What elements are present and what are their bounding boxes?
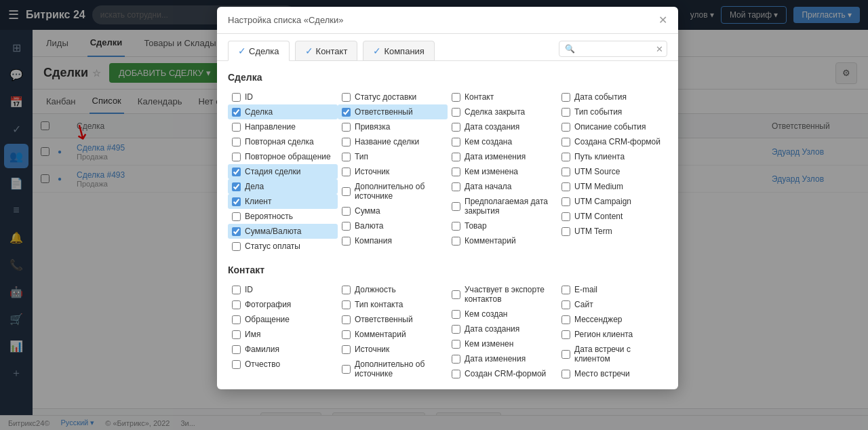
- cb-comment[interactable]: [452, 237, 460, 246]
- cb-expected-close[interactable]: [452, 202, 460, 211]
- cb-product[interactable]: [452, 222, 460, 231]
- c-cb-created-date[interactable]: [452, 325, 460, 334]
- cb-binding[interactable]: [342, 123, 351, 132]
- col-responsible: Ответственный: [338, 104, 448, 119]
- col-utm-source: UTM Source: [557, 164, 667, 179]
- col-source-extra: Дополнительно об источнике: [338, 179, 448, 203]
- cb-event-desc[interactable]: [561, 123, 570, 132]
- cb-type[interactable]: [342, 153, 351, 161]
- c-col-name: Имя: [228, 327, 338, 342]
- cb-utm-term[interactable]: [561, 227, 570, 236]
- col-contact: Контакт: [448, 90, 557, 104]
- cb-utm-content[interactable]: [561, 212, 570, 221]
- c-cb-source[interactable]: [342, 345, 351, 354]
- c-cb-responsible[interactable]: [342, 315, 351, 324]
- dialog-search-input[interactable]: [559, 41, 667, 57]
- dialog-tab-deal[interactable]: ✓ Сделка: [228, 41, 290, 61]
- cb-sum-currency[interactable]: [232, 227, 241, 236]
- c-col-crm-form: Создан CRM-формой: [448, 366, 557, 381]
- cb-stage[interactable]: [232, 168, 241, 176]
- cb-sum[interactable]: [342, 207, 351, 216]
- contact-col3: Участвует в экспорте контактов Кем созда…: [448, 282, 557, 381]
- dialog-close-btn[interactable]: ✕: [658, 14, 667, 26]
- cb-deal-name2[interactable]: [342, 138, 351, 146]
- col-payment-status: Статус оплаты: [228, 239, 338, 254]
- cb-payment-status[interactable]: [232, 242, 241, 251]
- section-contact-title: Контакт: [228, 265, 667, 275]
- c-cb-messenger[interactable]: [561, 315, 570, 324]
- cb-responsible[interactable]: [342, 108, 351, 117]
- cb-created-by[interactable]: [452, 138, 460, 146]
- cb-event-date[interactable]: [561, 93, 570, 102]
- col-modified-date: Дата изменения: [448, 149, 557, 164]
- tab-company-check: ✓: [373, 45, 381, 56]
- c-cb-email[interactable]: [561, 286, 570, 294]
- cb-deal-name[interactable]: [232, 108, 241, 117]
- cb-repeat-request[interactable]: [232, 153, 241, 161]
- c-cb-crm-form[interactable]: [452, 370, 460, 378]
- tab-contact-check: ✓: [305, 45, 313, 56]
- cb-company[interactable]: [342, 237, 351, 246]
- col-repeat-request: Повторное обращение: [228, 149, 338, 164]
- deal-cols-grid: ID Сделка Направление Повторная сделка П…: [228, 90, 667, 254]
- c-cb-name[interactable]: [232, 330, 241, 339]
- col-start-date: Дата начала: [448, 179, 557, 194]
- c-cb-comment[interactable]: [342, 330, 351, 339]
- c-col-patronymic: Отчество: [228, 357, 338, 372]
- cb-source[interactable]: [342, 168, 351, 176]
- search-clear-icon[interactable]: ✕: [656, 44, 663, 54]
- cb-client[interactable]: [232, 197, 241, 206]
- cb-currency[interactable]: [342, 222, 351, 231]
- c-col-source: Источник: [338, 342, 448, 357]
- col-utm-campaign: UTM Campaign: [557, 194, 667, 209]
- c-cb-source-extra[interactable]: [342, 365, 351, 374]
- cb-tasks[interactable]: [232, 182, 241, 191]
- c-cb-salutation[interactable]: [232, 315, 241, 324]
- contact-col2: Должность Тип контакта Ответственный Ком…: [338, 282, 448, 381]
- c-col-meeting-date: Дата встречи с клиентом: [557, 342, 667, 366]
- deal-col1: ID Сделка Направление Повторная сделка П…: [228, 90, 338, 254]
- cb-id[interactable]: [232, 93, 241, 102]
- c-cb-contact-type[interactable]: [342, 300, 351, 309]
- cb-utm-source[interactable]: [561, 168, 570, 176]
- dialog-tab-company[interactable]: ✓ Компания: [363, 41, 435, 61]
- c-cb-meeting-date[interactable]: [561, 350, 570, 359]
- contact-col4: E-mail Сайт Мессенджер Регион клиента Да…: [557, 282, 667, 381]
- c-cb-position[interactable]: [342, 286, 351, 294]
- c-col-site: Сайт: [557, 297, 667, 312]
- cb-utm-medium[interactable]: [561, 182, 570, 191]
- col-binding: Привязка: [338, 119, 448, 134]
- cb-source-extra[interactable]: [342, 187, 351, 196]
- cb-probability[interactable]: [232, 212, 241, 221]
- cb-crm-form[interactable]: [561, 138, 570, 146]
- cb-deal-closed[interactable]: [452, 108, 460, 117]
- dialog-tab-contact[interactable]: ✓ Контакт: [295, 41, 358, 61]
- c-cb-site[interactable]: [561, 300, 570, 309]
- deal-col2: Статус доставки Ответственный Привязка Н…: [338, 90, 448, 254]
- cb-contact[interactable]: [452, 93, 460, 102]
- c-cb-patronymic[interactable]: [232, 360, 241, 369]
- c-cb-export[interactable]: [452, 290, 460, 299]
- cb-event-type[interactable]: [561, 108, 570, 117]
- c-cb-surname[interactable]: [232, 345, 241, 354]
- c-cb-id[interactable]: [232, 286, 241, 294]
- c-cb-meeting-place[interactable]: [561, 370, 570, 378]
- cb-customer-path[interactable]: [561, 153, 570, 161]
- col-direction: Направление: [228, 119, 338, 134]
- cb-repeat-deal[interactable]: [232, 138, 241, 146]
- c-cb-modified-by[interactable]: [452, 340, 460, 349]
- c-cb-created-by[interactable]: [452, 310, 460, 319]
- c-col-region: Регион клиента: [557, 327, 667, 342]
- col-comment: Комментарий: [448, 233, 557, 248]
- c-cb-photo[interactable]: [232, 300, 241, 309]
- cb-utm-campaign[interactable]: [561, 197, 570, 206]
- cb-modified-by[interactable]: [452, 168, 460, 176]
- cb-start-date[interactable]: [452, 182, 460, 191]
- c-cb-region[interactable]: [561, 330, 570, 339]
- cb-created-date[interactable]: [452, 123, 460, 132]
- cb-delivery-status[interactable]: [342, 93, 351, 102]
- cb-modified-date[interactable]: [452, 153, 460, 161]
- c-col-email: E-mail: [557, 282, 667, 297]
- c-cb-modified-date[interactable]: [452, 355, 460, 364]
- cb-direction[interactable]: [232, 123, 241, 132]
